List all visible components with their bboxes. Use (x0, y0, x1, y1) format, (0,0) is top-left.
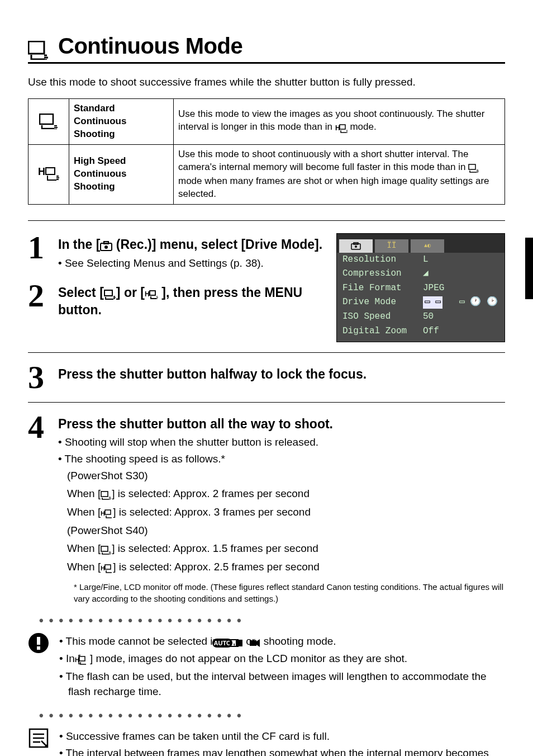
dotted-separator: ••••••••••••••••••••• (39, 708, 505, 723)
standard-continuous-icon (468, 162, 479, 175)
step-bullet: See Selecting Menus and Settings (p. 38)… (58, 256, 323, 271)
spec-line: When [] is selected: Approx. 1.5 frames … (58, 540, 505, 557)
step-number: 3 (28, 363, 51, 392)
svg-rect-28 (236, 640, 242, 646)
note-bullet: The flash can be used, but the interval … (59, 669, 505, 700)
menu-row: ISO Speed50 (337, 310, 505, 324)
stitch-assist-icon (239, 635, 243, 650)
step-4: 4 Press the shutter button all the way t… (28, 413, 505, 604)
intro-text: Use this mode to shoot successive frames… (28, 76, 505, 88)
high-speed-continuous-icon: H (335, 122, 348, 135)
svg-rect-31 (79, 656, 85, 661)
standard-continuous-icon (101, 486, 112, 503)
svg-rect-29 (250, 640, 256, 646)
mode-name-cell: High Speed Continuous Shooting (69, 144, 174, 204)
standard-continuous-icon (28, 99, 69, 145)
step-bullet: Shooting will stop when the shutter butt… (58, 434, 505, 450)
svg-rect-24 (37, 646, 40, 650)
modes-table: Standard Continuous Shooting Use this mo… (28, 98, 505, 205)
mode-name-cell: Standard Continuous Shooting (69, 99, 174, 145)
svg-rect-3 (340, 125, 345, 129)
tip-icon (28, 727, 51, 756)
step-number: 1 (28, 233, 51, 272)
menu-tab-mycamera: ▲◐ (411, 239, 444, 253)
svg-rect-10 (104, 290, 112, 296)
step-number: 4 (28, 413, 51, 604)
step-2: 2 Select [] or [H ], then press the MENU… (28, 281, 323, 320)
svg-point-9 (104, 245, 108, 249)
high-speed-continuous-icon: H (28, 144, 69, 204)
step-heading: Press the shutter button all the way to … (58, 416, 505, 432)
menu-tab-rec (339, 239, 373, 253)
step-bullet: The shooting speed is as follows.* (58, 451, 505, 467)
svg-text:AUTO: AUTO (214, 640, 231, 646)
svg-text:H: H (101, 565, 105, 571)
page-title-row: Continuous Mode (28, 34, 505, 64)
svg-text:H: H (101, 510, 105, 517)
note-bullet: The interval between frames may lengthen… (59, 745, 505, 756)
note-bullet: This mode cannot be selected in AUTO, or… (59, 634, 505, 650)
high-speed-continuous-icon: H (101, 560, 113, 576)
svg-text:H: H (145, 290, 150, 298)
svg-rect-19 (101, 546, 108, 551)
step-1: 1 In the [ (Rec.)] menu, select [Drive M… (28, 233, 323, 272)
menu-tab-setup: ÏÏ (375, 239, 408, 253)
svg-rect-12 (150, 291, 155, 295)
menu-row: ResolutionL (337, 253, 505, 267)
camera-menu-screenshot: ÏÏ ▲◐ ResolutionL Compression◢ File Form… (336, 233, 505, 343)
standard-continuous-icon (101, 541, 112, 557)
svg-rect-0 (28, 41, 44, 54)
step-heading: Press the shutter button halfway to lock… (58, 366, 505, 382)
dotted-separator: ••••••••••••••••••••• (39, 613, 505, 628)
step-number: 2 (28, 281, 51, 320)
svg-point-15 (355, 245, 357, 248)
warning-icon (28, 632, 51, 701)
high-speed-continuous-icon: H (101, 505, 113, 521)
standard-continuous-icon (104, 286, 116, 302)
warning-note: This mode cannot be selected in AUTO, or… (28, 632, 505, 701)
mode-desc-cell: Use this mode to view the images as you … (174, 99, 505, 145)
continuous-mode-icon (28, 38, 50, 60)
high-speed-continuous-icon: H (145, 286, 158, 302)
svg-rect-6 (469, 164, 475, 169)
step-heading: Select [] or [H ], then press the MENU b… (58, 285, 323, 318)
svg-rect-1 (40, 114, 53, 124)
step-heading: In the [ (Rec.)] menu, select [Drive Mod… (58, 237, 323, 254)
spec-line: When [H] is selected: Approx. 3 frames p… (58, 504, 505, 521)
svg-rect-21 (105, 565, 111, 569)
step-3: 3 Press the shutter button halfway to lo… (28, 363, 505, 392)
menu-row: Compression◢ (337, 267, 505, 281)
page-title: Continuous Mode (58, 34, 242, 59)
table-row: H High Speed Continuous Shooting Use thi… (28, 144, 505, 204)
model-label: (PowerShot S30) (58, 467, 505, 484)
camera-rec-icon (100, 238, 112, 254)
svg-rect-5 (46, 168, 55, 174)
note-bullet: In [ H ] mode, images do not appear on t… (59, 651, 505, 668)
svg-rect-16 (101, 492, 108, 497)
model-label: (PowerShot S40) (58, 522, 505, 538)
mode-desc-cell: Use this mode to shoot continuously with… (174, 144, 505, 204)
svg-text:H: H (75, 656, 79, 663)
spec-line: When [H] is selected: Approx. 2.5 frames… (58, 559, 505, 576)
svg-rect-23 (37, 637, 40, 645)
note-bullet: Successive frames can be taken until the… (59, 729, 505, 744)
footnote: * Large/Fine, LCD monitor off mode. (The… (58, 581, 505, 604)
spec-line: When [] is selected: Approx. 2 frames pe… (58, 485, 505, 503)
table-row: Standard Continuous Shooting Use this mo… (28, 99, 505, 145)
svg-text:H: H (38, 166, 45, 177)
svg-rect-18 (105, 510, 111, 514)
menu-row: File FormatJPEG (337, 281, 505, 296)
page-edge-tab (525, 238, 533, 299)
menu-row: Digital ZoomOff (337, 324, 505, 339)
menu-row-selected: Drive Mode▭ ▭▭ 🕐 🕑 (337, 295, 505, 310)
tip-note: Successive frames can be taken until the… (28, 727, 505, 756)
